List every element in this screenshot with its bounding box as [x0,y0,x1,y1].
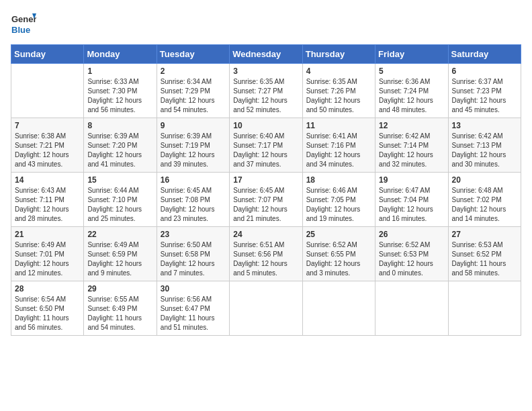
day-number: 27 [452,230,517,239]
day-number: 24 [233,230,298,239]
day-info: Sunrise: 6:42 AMSunset: 7:14 PMDaylight:… [379,132,444,169]
calendar-cell: 17Sunrise: 6:45 AMSunset: 7:07 PMDayligh… [230,173,302,227]
calendar-cell: 3Sunrise: 6:35 AMSunset: 7:27 PMDaylight… [230,64,302,118]
day-info: Sunrise: 6:54 AMSunset: 6:50 PMDaylight:… [15,295,80,332]
calendar-cell: 26Sunrise: 6:52 AMSunset: 6:53 PMDayligh… [375,227,448,281]
calendar-cell: 13Sunrise: 6:42 AMSunset: 7:13 PMDayligh… [448,118,521,173]
calendar-cell: 19Sunrise: 6:47 AMSunset: 7:04 PMDayligh… [375,173,448,227]
weekday-header-tuesday: Tuesday [157,45,229,64]
calendar-cell: 30Sunrise: 6:56 AMSunset: 6:47 PMDayligh… [157,281,229,336]
calendar-cell: 20Sunrise: 6:48 AMSunset: 7:02 PMDayligh… [448,173,521,227]
day-number: 11 [306,121,371,130]
calendar-cell: 14Sunrise: 6:43 AMSunset: 7:11 PMDayligh… [11,173,84,227]
week-row-1: 1Sunrise: 6:33 AMSunset: 7:30 PMDaylight… [11,64,521,118]
day-info: Sunrise: 6:35 AMSunset: 7:26 PMDaylight:… [306,77,371,115]
day-number: 16 [161,175,226,185]
calendar-cell: 15Sunrise: 6:44 AMSunset: 7:10 PMDayligh… [84,173,157,227]
day-info: Sunrise: 6:38 AMSunset: 7:21 PMDaylight:… [15,132,80,169]
day-number: 23 [161,230,226,239]
calendar-cell [375,281,448,336]
day-info: Sunrise: 6:51 AMSunset: 6:56 PMDaylight:… [233,240,298,278]
calendar-cell [11,64,84,118]
day-info: Sunrise: 6:39 AMSunset: 7:19 PMDaylight:… [161,132,226,169]
day-info: Sunrise: 6:55 AMSunset: 6:49 PMDaylight:… [87,295,152,332]
calendar-cell: 22Sunrise: 6:49 AMSunset: 6:59 PMDayligh… [84,227,157,281]
day-number: 12 [379,121,444,130]
calendar-cell [230,281,302,336]
calendar-cell [302,281,375,336]
day-number: 29 [87,284,152,293]
calendar-cell: 27Sunrise: 6:53 AMSunset: 6:52 PMDayligh… [448,227,521,281]
calendar-cell: 28Sunrise: 6:54 AMSunset: 6:50 PMDayligh… [11,281,84,336]
calendar-cell: 8Sunrise: 6:39 AMSunset: 7:20 PMDaylight… [84,118,157,173]
day-info: Sunrise: 6:46 AMSunset: 7:05 PMDaylight:… [306,186,371,224]
day-info: Sunrise: 6:47 AMSunset: 7:04 PMDaylight:… [379,186,444,224]
calendar-cell: 6Sunrise: 6:37 AMSunset: 7:23 PMDaylight… [448,64,521,118]
calendar-cell: 4Sunrise: 6:35 AMSunset: 7:26 PMDaylight… [302,64,375,118]
day-number: 14 [15,175,80,185]
day-number: 26 [379,230,444,239]
day-number: 13 [452,121,517,130]
weekday-header-monday: Monday [84,45,157,64]
calendar-cell: 24Sunrise: 6:51 AMSunset: 6:56 PMDayligh… [230,227,302,281]
day-number: 10 [233,121,298,130]
calendar-cell: 23Sunrise: 6:50 AMSunset: 6:58 PMDayligh… [157,227,229,281]
calendar-cell: 25Sunrise: 6:52 AMSunset: 6:55 PMDayligh… [302,227,375,281]
weekday-header-row: SundayMondayTuesdayWednesdayThursdayFrid… [11,45,521,64]
weekday-header-friday: Friday [375,45,448,64]
day-info: Sunrise: 6:56 AMSunset: 6:47 PMDaylight:… [161,295,226,332]
weekday-header-saturday: Saturday [448,45,521,64]
calendar-cell: 18Sunrise: 6:46 AMSunset: 7:05 PMDayligh… [302,173,375,227]
calendar-cell: 5Sunrise: 6:36 AMSunset: 7:24 PMDaylight… [375,64,448,118]
day-number: 15 [87,175,152,185]
day-number: 2 [161,66,226,76]
day-info: Sunrise: 6:44 AMSunset: 7:10 PMDaylight:… [87,186,152,224]
logo-svg: General Blue [11,11,36,36]
day-info: Sunrise: 6:53 AMSunset: 6:52 PMDaylight:… [452,240,517,278]
day-info: Sunrise: 6:37 AMSunset: 7:23 PMDaylight:… [452,77,517,115]
header: General Blue [11,11,521,36]
calendar-cell: 1Sunrise: 6:33 AMSunset: 7:30 PMDaylight… [84,64,157,118]
day-info: Sunrise: 6:43 AMSunset: 7:11 PMDaylight:… [15,186,80,224]
day-info: Sunrise: 6:41 AMSunset: 7:16 PMDaylight:… [306,132,371,169]
calendar-cell: 10Sunrise: 6:40 AMSunset: 7:17 PMDayligh… [230,118,302,173]
day-info: Sunrise: 6:33 AMSunset: 7:30 PMDaylight:… [87,77,152,115]
calendar-cell: 7Sunrise: 6:38 AMSunset: 7:21 PMDaylight… [11,118,84,173]
day-info: Sunrise: 6:52 AMSunset: 6:55 PMDaylight:… [306,240,371,278]
day-number: 22 [87,230,152,239]
svg-text:General: General [11,14,36,24]
day-info: Sunrise: 6:39 AMSunset: 7:20 PMDaylight:… [87,132,152,169]
day-number: 7 [15,121,80,130]
week-row-4: 21Sunrise: 6:49 AMSunset: 7:01 PMDayligh… [11,227,521,281]
logo: General Blue [11,11,36,36]
calendar-cell: 16Sunrise: 6:45 AMSunset: 7:08 PMDayligh… [157,173,229,227]
day-info: Sunrise: 6:50 AMSunset: 6:58 PMDaylight:… [161,240,226,278]
day-info: Sunrise: 6:42 AMSunset: 7:13 PMDaylight:… [452,132,517,169]
day-number: 19 [379,175,444,185]
calendar-cell: 2Sunrise: 6:34 AMSunset: 7:29 PMDaylight… [157,64,229,118]
day-number: 1 [87,66,152,76]
calendar-cell [448,281,521,336]
day-number: 30 [161,284,226,293]
day-number: 8 [87,121,152,130]
day-number: 21 [15,230,80,239]
svg-text:Blue: Blue [11,25,30,35]
day-info: Sunrise: 6:34 AMSunset: 7:29 PMDaylight:… [161,77,226,115]
week-row-2: 7Sunrise: 6:38 AMSunset: 7:21 PMDaylight… [11,118,521,173]
day-info: Sunrise: 6:49 AMSunset: 7:01 PMDaylight:… [15,240,80,278]
day-info: Sunrise: 6:48 AMSunset: 7:02 PMDaylight:… [452,186,517,224]
calendar-table: SundayMondayTuesdayWednesdayThursdayFrid… [11,44,521,336]
day-number: 25 [306,230,371,239]
day-number: 28 [15,284,80,293]
calendar-cell: 12Sunrise: 6:42 AMSunset: 7:14 PMDayligh… [375,118,448,173]
day-info: Sunrise: 6:45 AMSunset: 7:07 PMDaylight:… [233,186,298,224]
day-info: Sunrise: 6:49 AMSunset: 6:59 PMDaylight:… [87,240,152,278]
weekday-header-sunday: Sunday [11,45,84,64]
day-info: Sunrise: 6:35 AMSunset: 7:27 PMDaylight:… [233,77,298,115]
week-row-5: 28Sunrise: 6:54 AMSunset: 6:50 PMDayligh… [11,281,521,336]
day-info: Sunrise: 6:36 AMSunset: 7:24 PMDaylight:… [379,77,444,115]
day-number: 9 [161,121,226,130]
day-number: 5 [379,66,444,76]
day-number: 20 [452,175,517,185]
calendar-cell: 21Sunrise: 6:49 AMSunset: 7:01 PMDayligh… [11,227,84,281]
